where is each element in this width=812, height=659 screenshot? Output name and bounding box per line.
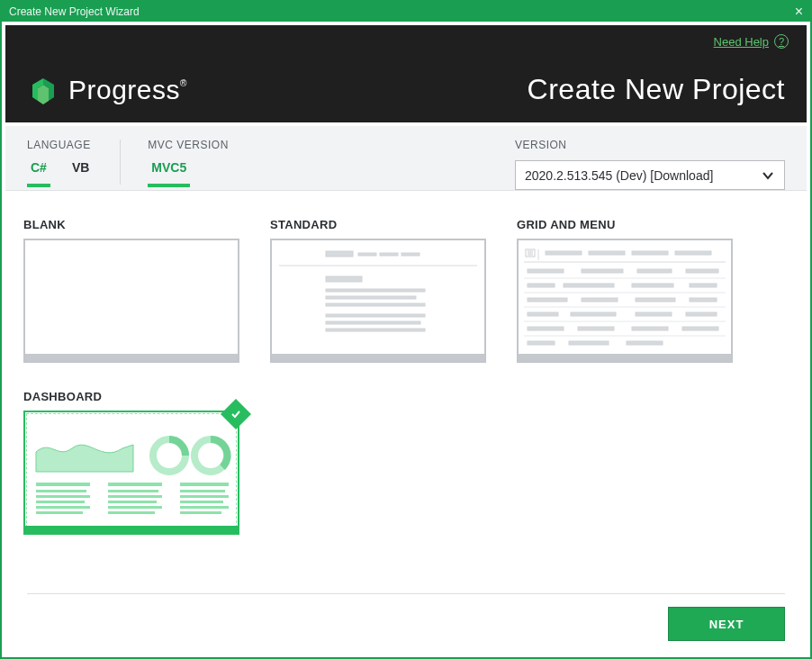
svg-marker-2 xyxy=(38,85,49,104)
thumbnail-icon xyxy=(25,412,238,528)
svg-rect-33 xyxy=(690,284,717,287)
tab-language-csharp[interactable]: C# xyxy=(27,160,50,187)
template-card[interactable] xyxy=(270,239,486,363)
version-dropdown[interactable]: 2020.2.513.545 (Dev) [Download] xyxy=(515,160,785,190)
svg-rect-66 xyxy=(108,511,155,514)
svg-rect-71 xyxy=(180,506,229,509)
svg-rect-3 xyxy=(326,251,353,257)
svg-rect-28 xyxy=(686,269,718,273)
svg-rect-21 xyxy=(589,251,625,255)
template-dashboard[interactable]: DASHBOARD xyxy=(23,390,239,535)
wizard-footer: NEXT xyxy=(27,593,785,641)
thumbnail-icon xyxy=(519,240,731,356)
svg-rect-70 xyxy=(180,501,223,503)
svg-rect-56 xyxy=(36,490,86,492)
need-help-label: Need Help xyxy=(714,35,769,49)
thumbnail-icon xyxy=(272,240,484,356)
svg-rect-37 xyxy=(636,298,675,302)
svg-rect-69 xyxy=(180,495,229,498)
svg-rect-31 xyxy=(564,284,614,287)
template-label: BLANK xyxy=(23,218,239,231)
svg-rect-9 xyxy=(326,289,425,292)
svg-rect-61 xyxy=(108,483,162,486)
svg-rect-46 xyxy=(578,327,614,330)
window-title: Create New Project Wizard xyxy=(9,5,140,18)
brand-name: Progress® xyxy=(68,75,187,105)
mvc-group: MVC VERSION MVC5 xyxy=(148,139,229,190)
svg-rect-38 xyxy=(690,298,717,302)
template-label: DASHBOARD xyxy=(23,390,239,403)
language-group: LANGUAGE C# VB xyxy=(27,139,93,190)
svg-rect-8 xyxy=(326,276,362,282)
svg-rect-26 xyxy=(582,269,623,273)
tab-language-vb[interactable]: VB xyxy=(68,160,93,187)
brand-logo: Progress® xyxy=(27,74,187,106)
svg-rect-14 xyxy=(326,329,425,331)
svg-rect-67 xyxy=(180,483,229,486)
svg-rect-58 xyxy=(36,501,85,503)
svg-rect-22 xyxy=(632,251,668,255)
svg-rect-23 xyxy=(675,251,711,255)
progress-logo-icon xyxy=(27,74,59,106)
svg-rect-35 xyxy=(528,298,567,302)
svg-rect-65 xyxy=(108,506,162,509)
svg-rect-6 xyxy=(401,253,420,256)
template-label: GRID AND MENU xyxy=(517,218,733,231)
svg-rect-52 xyxy=(627,341,663,345)
svg-rect-5 xyxy=(380,253,398,256)
template-card[interactable] xyxy=(23,239,239,363)
header: Need Help ? Progress® Create New Project xyxy=(5,25,807,122)
close-icon[interactable]: × xyxy=(795,5,803,19)
svg-rect-72 xyxy=(180,511,221,514)
svg-rect-12 xyxy=(326,314,425,317)
svg-rect-47 xyxy=(632,327,668,330)
svg-rect-41 xyxy=(571,312,616,316)
window-titlebar: Create New Project Wizard × xyxy=(2,2,810,22)
template-grid-and-menu[interactable]: GRID AND MENU xyxy=(517,218,733,363)
svg-rect-62 xyxy=(108,490,158,492)
svg-rect-64 xyxy=(108,501,157,503)
svg-rect-20 xyxy=(546,251,582,255)
need-help-link[interactable]: Need Help ? xyxy=(714,34,789,49)
svg-rect-50 xyxy=(528,341,555,345)
page-title: Create New Project xyxy=(528,73,785,106)
templates-area: BLANK STANDARD xyxy=(2,191,810,544)
help-icon: ? xyxy=(774,34,789,49)
svg-rect-59 xyxy=(36,506,90,509)
language-label: LANGUAGE xyxy=(27,139,93,151)
template-standard[interactable]: STANDARD xyxy=(270,218,486,363)
template-card[interactable] xyxy=(23,411,239,535)
svg-rect-32 xyxy=(632,284,673,287)
svg-rect-30 xyxy=(528,284,555,287)
svg-rect-10 xyxy=(326,296,416,299)
svg-rect-63 xyxy=(108,495,162,498)
options-bar: LANGUAGE C# VB MVC VERSION MVC5 VERSION … xyxy=(5,126,807,191)
svg-rect-36 xyxy=(582,298,618,302)
svg-rect-42 xyxy=(636,312,672,316)
svg-rect-40 xyxy=(528,312,558,316)
mvc-label: MVC VERSION xyxy=(148,139,229,151)
svg-rect-43 xyxy=(686,312,717,316)
template-blank[interactable]: BLANK xyxy=(23,218,239,363)
version-label: VERSION xyxy=(515,139,785,151)
svg-rect-57 xyxy=(36,495,90,498)
svg-rect-25 xyxy=(528,269,564,273)
svg-rect-45 xyxy=(528,327,564,330)
svg-rect-13 xyxy=(326,321,420,324)
version-group: VERSION 2020.2.513.545 (Dev) [Download] xyxy=(515,139,785,190)
svg-rect-4 xyxy=(358,253,376,256)
divider xyxy=(120,140,121,185)
version-selected-value: 2020.2.513.545 (Dev) [Download] xyxy=(525,168,713,183)
chevron-down-icon xyxy=(761,168,775,183)
tab-mvc5[interactable]: MVC5 xyxy=(148,160,190,187)
svg-rect-60 xyxy=(36,511,83,514)
svg-rect-55 xyxy=(36,483,90,486)
svg-rect-48 xyxy=(682,327,718,330)
template-label: STANDARD xyxy=(270,218,486,231)
svg-rect-51 xyxy=(569,341,609,345)
template-card[interactable] xyxy=(517,239,733,363)
next-button[interactable]: NEXT xyxy=(668,607,785,641)
svg-rect-27 xyxy=(637,269,672,273)
svg-rect-11 xyxy=(326,303,425,306)
svg-rect-68 xyxy=(180,490,225,492)
